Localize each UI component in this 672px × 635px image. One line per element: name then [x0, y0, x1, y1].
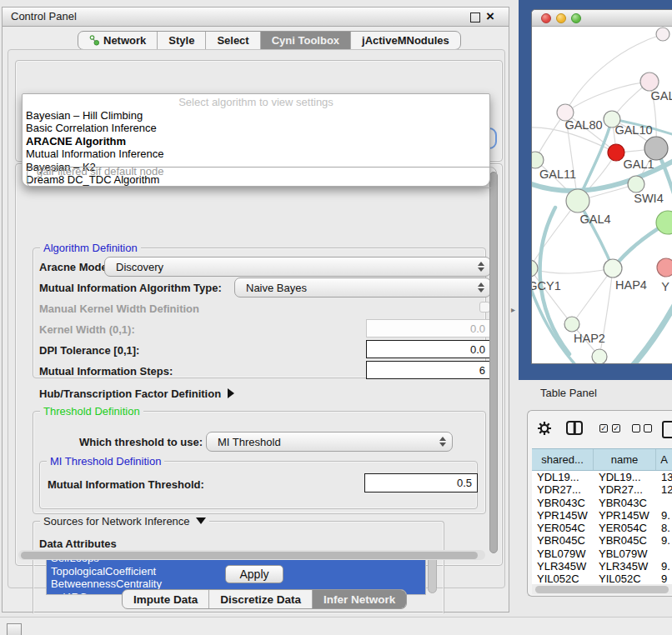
new-table-icon[interactable] [662, 421, 672, 438]
column-header-shared-[interactable]: shared... [532, 449, 594, 470]
table-cell: YDL19... [532, 471, 594, 483]
close-traffic-light-icon[interactable] [541, 13, 551, 23]
table-horizontal-scrollbar[interactable] [532, 584, 672, 594]
float-window-icon[interactable] [470, 12, 480, 22]
aracne-mode-combo[interactable]: Discovery [104, 257, 491, 277]
network-node[interactable] [656, 211, 672, 234]
table-source-combo[interactable]: galFiltered sif default node [27, 167, 497, 188]
tab-label: Style [168, 34, 194, 47]
panel-collapse-arrow-icon[interactable]: ▸ [511, 305, 515, 314]
taskbar-mini-button[interactable] [7, 623, 22, 635]
aracne-mode-value: Discovery [116, 258, 163, 276]
select-all-checkbox-icon[interactable]: ✓ [599, 424, 608, 432]
kernel-width-field[interactable]: 0.0 [366, 319, 491, 338]
manual-kernel-label: Manual Kernel Width Definition [39, 302, 199, 315]
mi-type-combo[interactable]: Naive Bayes [234, 278, 491, 298]
column-header-a[interactable]: A [656, 449, 672, 470]
status-strip [0, 617, 672, 635]
tab-network[interactable]: Network [78, 32, 158, 49]
table-cell: YIL052C [532, 572, 594, 585]
mi-steps-field[interactable]: 6 [366, 361, 491, 379]
table-row[interactable]: YER054CYER054C8. [532, 522, 672, 534]
table-row[interactable]: YBR043CYBR043C [532, 497, 672, 509]
network-node-gal[interactable] [640, 72, 659, 91]
network-node-hap4[interactable] [604, 259, 622, 278]
network-node-gal1[interactable] [608, 144, 624, 161]
table-cell: 13 [656, 471, 672, 483]
dpi-tolerance-field[interactable]: 0.0 [366, 340, 491, 358]
table-cell: 9 [656, 572, 672, 585]
table-row[interactable]: YPR145WYPR145W9. [532, 509, 672, 522]
node-label: SWI4 [634, 192, 663, 205]
deselect-all-checkbox-icon[interactable] [632, 424, 640, 432]
node-label: GCY1 [532, 279, 561, 292]
table-cell: YLR345W [594, 560, 656, 572]
select-all-checkbox-icon[interactable]: ✓ [612, 424, 620, 432]
minimize-traffic-light-icon[interactable] [556, 13, 566, 23]
mi-threshold-label: Mutual Information Threshold: [48, 478, 204, 491]
network-node[interactable] [592, 349, 607, 364]
settings-horizontal-scrollbar[interactable] [18, 550, 485, 560]
sources-title-text: Sources for Network Inference [43, 515, 190, 528]
node-label: GAL10 [614, 123, 652, 137]
table-row[interactable]: YDL19...YDL19...13 [532, 471, 672, 483]
dropdown-item-bayesian-hill-climbing[interactable]: Bayesian – Hill Climbing [23, 109, 489, 122]
node-table: shared...nameA YDL19...YDL19...13YDR27..… [532, 448, 672, 585]
hub-definition-label: Hub/Transcription Factor Definition [39, 388, 221, 400]
node-label: Y [661, 280, 669, 293]
mi-threshold-group-title: MI Threshold Definition [47, 455, 164, 468]
deselect-all-checkbox-icon[interactable] [644, 424, 652, 432]
network-node-swi4[interactable] [628, 176, 644, 192]
table-row[interactable]: YBL079WYBL079W [532, 548, 672, 560]
table-row[interactable]: YLR345WYLR345W9. [532, 560, 672, 572]
network-node[interactable] [656, 28, 669, 41]
settings-gear-icon[interactable] [536, 420, 553, 440]
threshold-definition-title: Threshold Definition [40, 405, 143, 418]
tab-discretize-data[interactable]: Discretize Data [209, 590, 313, 608]
hub-definition-toggle[interactable]: Hub/Transcription Factor Definition [39, 388, 234, 400]
tab-infer-network[interactable]: Infer Network [313, 590, 406, 608]
table-row[interactable]: YBR045CYBR045C9. [532, 534, 672, 547]
settings-vertical-scrollbar[interactable] [489, 172, 498, 553]
network-edge[interactable] [532, 268, 572, 324]
tab-label: Select [217, 34, 248, 47]
node-label: HAP4 [615, 278, 647, 292]
table-cell: YIL052C [594, 572, 656, 585]
tab-style[interactable]: Style [158, 32, 206, 49]
table-row[interactable]: YIL052CYIL052C9 [532, 572, 672, 585]
column-header-name[interactable]: name [594, 449, 656, 470]
tab-impute-data[interactable]: Impute Data [123, 590, 209, 608]
table-cell [656, 497, 672, 509]
network-node-hap2[interactable] [564, 317, 579, 332]
table-row[interactable]: YDR27...YDR27...12 [532, 483, 672, 496]
which-threshold-combo[interactable]: MI Threshold [206, 432, 453, 452]
zoom-traffic-light-icon[interactable] [571, 13, 581, 23]
dropdown-item-basic-correlation-inference[interactable]: Basic Correlation Inference [23, 122, 489, 134]
show-columns-icon[interactable] [566, 421, 583, 435]
network-node-gcy1[interactable] [532, 260, 538, 277]
mi-threshold-field[interactable]: 0.5 [364, 473, 478, 492]
network-canvas[interactable]: GALGAL80GAL10GAL1GAL11SWI4GAL4GCY1HAP4YH… [532, 26, 672, 364]
table-cell: YPR145W [594, 509, 656, 522]
network-view-window: GALGAL80GAL10GAL1GAL11SWI4GAL4GCY1HAP4YH… [531, 9, 672, 364]
network-edge[interactable] [629, 301, 672, 364]
tab-cyni-toolbox[interactable]: Cyni Toolbox [261, 32, 351, 49]
dropdown-item-mutual-information-inference[interactable]: Mutual Information Inference [23, 148, 489, 160]
dropdown-item-aracne-algorithm[interactable]: ARACNE Algorithm [23, 135, 489, 148]
table-cell: YER054C [594, 522, 656, 534]
network-edge[interactable] [532, 268, 613, 273]
network-node[interactable] [644, 137, 668, 160]
close-icon[interactable]: × [486, 8, 494, 26]
network-node-gal11[interactable] [532, 152, 544, 168]
tab-select[interactable]: Select [206, 32, 260, 49]
kernel-width-label: Kernel Width (0,1): [39, 323, 135, 336]
node-label: GAL [650, 89, 672, 102]
network-node-y[interactable] [657, 258, 672, 277]
node-label: GAL80 [564, 118, 602, 132]
apply-button[interactable]: Apply [225, 565, 283, 583]
sources-group-title[interactable]: Sources for Network Inference [40, 515, 209, 528]
tab-jactivemnodules[interactable]: jActiveMNodules [351, 32, 460, 49]
network-node-gal4[interactable] [566, 189, 589, 212]
table-cell: 9. [656, 534, 672, 547]
network-edge[interactable] [565, 82, 649, 112]
